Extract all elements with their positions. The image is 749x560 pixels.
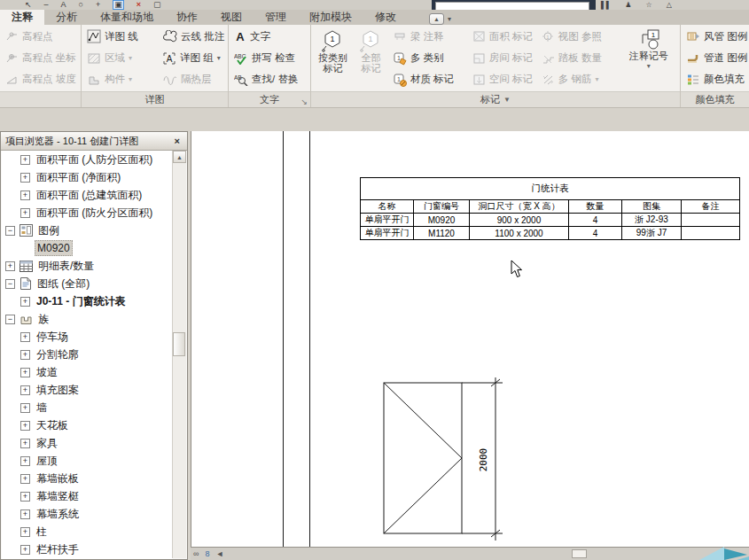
expand-plus-icon[interactable]: + <box>20 332 30 342</box>
door-elevation-drawing[interactable]: 2000 <box>373 372 524 547</box>
expand-plus-icon[interactable]: + <box>20 439 30 448</box>
duct-legend-button[interactable]: 风管 图例 <box>683 26 746 47</box>
expand-plus-icon[interactable]: + <box>20 155 30 165</box>
tag-by-category-button[interactable]: 1 按类别标记 <box>314 26 352 90</box>
ribbon-minimize-button[interactable]: ▲ <box>429 13 444 25</box>
tree-item[interactable]: +面积平面 (净面积) <box>2 168 173 186</box>
expand-plus-icon[interactable]: + <box>20 456 30 466</box>
text-button[interactable]: A 文字 <box>231 26 308 47</box>
tab-massing-site[interactable]: 体量和场地 <box>89 10 165 25</box>
expand-plus-icon[interactable]: + <box>20 173 30 183</box>
panel-label-tag[interactable]: 标记 ▼ <box>311 91 680 107</box>
panel-toggle-icon[interactable]: ▌▌ <box>601 1 611 9</box>
expand-plus-icon[interactable]: + <box>20 368 30 377</box>
tread-number-button[interactable]: 踏板 数量 <box>539 48 620 69</box>
tree-item[interactable]: +屋顶 <box>2 452 173 470</box>
tree-item[interactable]: +面积平面 (总建筑面积) <box>2 186 173 204</box>
tree-item[interactable]: +天花板 <box>2 416 173 434</box>
collapse-minus-icon[interactable]: − <box>5 315 15 324</box>
browser-tree[interactable]: +面积平面 (人防分区面积)+面积平面 (净面积)+面积平面 (总建筑面积)+面… <box>2 151 173 559</box>
expand-plus-icon[interactable]: + <box>20 545 30 555</box>
revision-cloud-button[interactable]: 云线 批注 <box>160 26 225 47</box>
close-hide-icon[interactable]: × <box>137 1 141 9</box>
tree-item[interactable]: +分割轮廓 <box>2 346 173 363</box>
space-tag-button[interactable]: 空间 标记 <box>470 69 539 90</box>
ribbon-minimize-caret-icon[interactable]: ▾ <box>448 15 451 23</box>
expand-plus-icon[interactable]: + <box>20 492 30 502</box>
expand-plus-icon[interactable]: + <box>5 261 15 271</box>
tab-annotate[interactable]: 注释 <box>0 10 44 25</box>
dialog-launcher-icon[interactable]: ↘ <box>300 97 308 106</box>
beam-annotation-button[interactable]: 梁 注释 <box>390 26 470 47</box>
scrollbar-thumb[interactable] <box>173 332 185 356</box>
scroll-left-arrow-icon[interactable]: ◄ <box>215 549 223 558</box>
text-tool-icon[interactable]: A <box>61 1 66 9</box>
expand-plus-icon[interactable]: + <box>20 350 30 360</box>
measure-icon[interactable]: – <box>44 1 49 9</box>
room-tag-button[interactable]: 房间 标记 <box>470 48 539 69</box>
switch-window-icon[interactable]: ▢ <box>153 1 161 9</box>
expand-plus-icon[interactable]: + <box>20 208 30 218</box>
scroll-up-arrow-icon[interactable]: ▲ <box>173 151 186 163</box>
tree-item[interactable]: −图纸 (全部) <box>2 275 173 292</box>
tree-item[interactable]: +停车场 <box>2 328 173 346</box>
spot-slope-button[interactable]: 高程点 坡度 <box>3 69 78 90</box>
spot-elevation-button[interactable]: 高程点 <box>3 26 78 47</box>
expand-plus-icon[interactable]: + <box>20 509 30 519</box>
spell-check-button[interactable]: ABC 拼写 检查 <box>231 48 308 69</box>
tree-item[interactable]: +幕墙竖梃 <box>2 487 173 505</box>
tree-item[interactable]: −族 <box>2 310 173 328</box>
tab-manage[interactable]: 管理 <box>254 10 298 25</box>
tab-addins[interactable]: 附加模块 <box>298 10 363 25</box>
expand-plus-icon[interactable]: + <box>20 297 30 307</box>
multi-category-tag-button[interactable]: 1 多 类别 <box>390 48 470 69</box>
expand-plus-icon[interactable]: + <box>20 403 30 413</box>
detail-group-button[interactable]: A 详图 组▾ <box>160 48 225 69</box>
tree-item[interactable]: +J0-11 - 门窗统计表 <box>2 292 173 310</box>
expand-plus-icon[interactable]: + <box>20 191 30 200</box>
tab-collaborate[interactable]: 协作 <box>165 10 209 25</box>
scrollbar-thumb[interactable] <box>572 549 587 558</box>
find-replace-button[interactable]: AB 查找/ 替换 <box>231 69 308 90</box>
material-tag-button[interactable]: 1 材质 标记 <box>390 69 470 90</box>
expand-plus-icon[interactable]: + <box>20 527 30 537</box>
tree-item[interactable]: +栏杆扶手 <box>2 541 173 558</box>
keynote-button[interactable]: 1 注释记号 ▾ <box>620 26 677 90</box>
collapse-minus-icon[interactable]: − <box>5 226 15 236</box>
tree-item[interactable]: +明细表/数量 <box>2 257 173 275</box>
bottom-scrollbar-strip[interactable]: ∞ 8 ◄ <box>191 547 749 560</box>
help-icon[interactable]: △ <box>667 1 672 9</box>
tree-item[interactable]: +柱 <box>2 523 173 541</box>
tree-item[interactable]: +坡道 <box>2 363 173 381</box>
3d-view-icon[interactable]: ○ <box>79 1 83 9</box>
color-fill-legend-button[interactable]: 颜色填充 <box>683 69 746 90</box>
multi-rebar-button[interactable]: 多 钢筋▾ <box>539 69 620 90</box>
door-schedule-table[interactable]: 门统计表名称门窗编号洞口尺寸（宽 X 高）数量图集备注单扇平开门M0920900… <box>360 177 740 240</box>
component-button[interactable]: 构件▾ <box>84 69 160 90</box>
view-control-icon[interactable]: ∞ <box>193 549 199 558</box>
project-browser-titlebar[interactable]: 项目浏览器 - 10-11 创建门详图 × <box>1 132 187 151</box>
account-icon[interactable]: ♟ <box>625 1 631 9</box>
expand-plus-icon[interactable]: + <box>20 421 30 431</box>
section-icon[interactable]: ▣ <box>113 0 124 10</box>
drawing-canvas[interactable]: 门统计表名称门窗编号洞口尺寸（宽 X 高）数量图集备注单扇平开门M0920900… <box>191 131 749 547</box>
tree-item[interactable]: +幕墙系统 <box>2 505 173 523</box>
browser-scrollbar[interactable]: ▲ <box>172 151 186 558</box>
tree-item[interactable]: −图例 <box>2 222 173 239</box>
tab-modify[interactable]: 修改 <box>363 10 408 25</box>
tree-item[interactable]: +填充图案 <box>2 381 173 399</box>
tree-item[interactable]: +面积平面 (防火分区面积) <box>2 204 173 222</box>
pointer-icon[interactable]: ↖ <box>25 1 32 9</box>
tag-all-button[interactable]: 1 全部标记 <box>352 26 390 90</box>
area-tag-button[interactable]: 面积 标记 <box>470 26 539 47</box>
expand-plus-icon[interactable]: + <box>20 385 30 395</box>
tab-analyze[interactable]: 分析 <box>44 10 89 25</box>
expand-plus-icon[interactable]: + <box>20 474 30 484</box>
favorites-star-icon[interactable]: ☆ <box>646 1 652 9</box>
view-reference-button[interactable]: 1 视图 参照 <box>539 26 620 47</box>
collapse-minus-icon[interactable]: − <box>5 279 15 289</box>
spot-coordinate-button[interactable]: 高程点 坐标 <box>3 48 78 69</box>
insulation-button[interactable]: 隔热层 <box>160 69 225 90</box>
close-icon[interactable]: × <box>172 136 183 146</box>
tree-item[interactable]: +家具 <box>2 434 173 452</box>
